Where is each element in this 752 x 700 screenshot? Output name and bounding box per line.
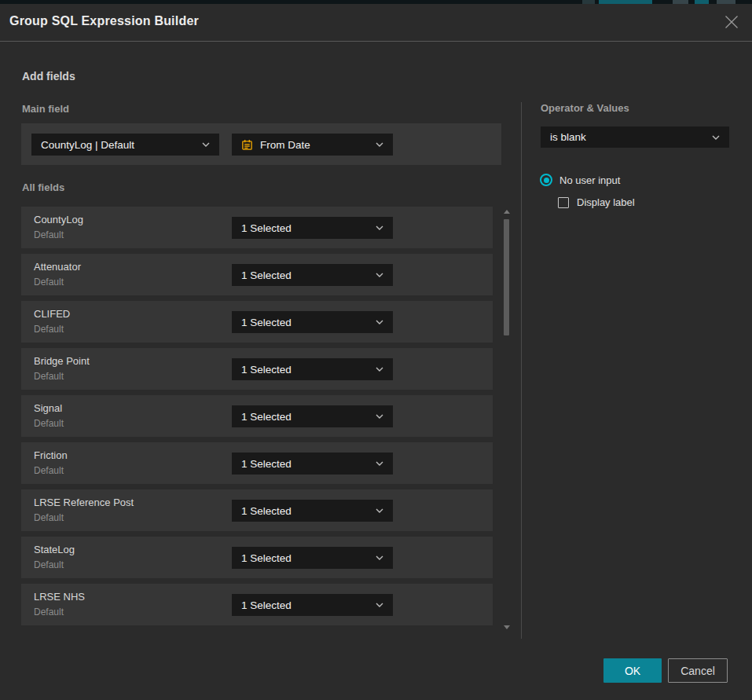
chevron-down-icon <box>376 555 383 560</box>
field-subtitle: Default <box>34 324 64 335</box>
field-name: CountyLog <box>34 214 83 225</box>
field-name: StateLog <box>34 544 75 555</box>
scrollbar-thumb[interactable] <box>504 219 509 335</box>
field-selection-dropdown[interactable]: 1 Selected <box>232 500 393 522</box>
field-name: LRSE Reference Post <box>34 497 134 508</box>
panel-divider <box>521 102 522 639</box>
field-selection-dropdown[interactable]: 1 Selected <box>232 358 393 380</box>
main-field-label: Main field <box>22 103 69 115</box>
field-row-clifed: CLIFED Default 1 Selected <box>21 301 493 343</box>
list-scrollbar[interactable] <box>503 207 510 632</box>
radio-selected-icon <box>540 174 552 186</box>
field-subtitle: Default <box>34 559 64 570</box>
dropdown-value: 1 Selected <box>241 364 369 376</box>
main-field-date-dropdown[interactable]: From Date <box>232 134 393 156</box>
group-sql-expression-builder-dialog: Group SQL Expression Builder Add fields … <box>0 0 752 700</box>
field-subtitle: Default <box>34 418 64 429</box>
dropdown-value: 1 Selected <box>241 458 369 470</box>
field-subtitle: Default <box>34 371 64 382</box>
field-row-friction: Friction Default 1 Selected <box>21 442 493 484</box>
ok-button[interactable]: OK <box>603 658 662 683</box>
field-selection-dropdown[interactable]: 1 Selected <box>232 453 393 475</box>
field-selection-dropdown[interactable]: 1 Selected <box>232 405 393 427</box>
main-field-container: CountyLog | Default From Date <box>21 123 501 165</box>
field-selection-dropdown[interactable]: 1 Selected <box>232 594 393 616</box>
all-fields-label: All fields <box>22 181 64 193</box>
dialog-header: Group SQL Expression Builder <box>0 4 752 42</box>
close-button[interactable] <box>722 13 741 31</box>
add-fields-heading: Add fields <box>22 70 75 82</box>
dropdown-value: 1 Selected <box>241 505 369 517</box>
chevron-down-icon <box>376 320 383 324</box>
display-label-checkbox[interactable]: Display label <box>558 196 635 208</box>
chevron-down-icon <box>376 414 383 419</box>
field-row-attenuator: Attenuator Default 1 Selected <box>21 254 493 295</box>
operator-dropdown[interactable]: is blank <box>541 126 729 148</box>
field-name: LRSE NHS <box>34 591 85 603</box>
field-row-signal: Signal Default 1 Selected <box>21 395 493 437</box>
dropdown-value: is blank <box>550 131 706 143</box>
dropdown-value: 1 Selected <box>241 317 369 328</box>
chevron-down-icon <box>376 508 383 513</box>
close-icon <box>724 15 739 29</box>
dropdown-value: 1 Selected <box>241 269 369 281</box>
chevron-down-icon <box>376 225 383 230</box>
field-subtitle: Default <box>34 512 64 523</box>
chevron-down-icon <box>376 461 383 466</box>
chevron-down-icon <box>376 142 383 147</box>
field-row-countylog: CountyLog Default 1 Selected <box>21 207 493 248</box>
dialog-title: Group SQL Expression Builder <box>9 14 199 28</box>
dropdown-value: From Date <box>260 139 369 151</box>
main-field-dataset-dropdown[interactable]: CountyLog | Default <box>31 134 219 156</box>
scroll-down-arrow-icon[interactable] <box>504 625 510 629</box>
field-subtitle: Default <box>34 277 64 288</box>
dropdown-value: 1 Selected <box>241 599 369 611</box>
field-selection-dropdown[interactable]: 1 Selected <box>232 264 393 286</box>
field-name: Attenuator <box>34 261 81 273</box>
field-selection-dropdown[interactable]: 1 Selected <box>232 311 393 333</box>
field-row-bridge-point: Bridge Point Default 1 Selected <box>21 348 493 390</box>
chevron-down-icon <box>376 273 383 277</box>
scroll-up-arrow-icon[interactable] <box>504 210 510 214</box>
radio-label: No user input <box>559 174 620 186</box>
dropdown-value: 1 Selected <box>241 222 369 234</box>
chevron-down-icon <box>712 135 720 140</box>
field-subtitle: Default <box>34 229 64 240</box>
field-name: Bridge Point <box>34 355 90 367</box>
dropdown-value: 1 Selected <box>241 552 369 564</box>
field-selection-dropdown[interactable]: 1 Selected <box>232 217 393 239</box>
dialog-window: Group SQL Expression Builder Add fields … <box>0 4 752 700</box>
field-selection-dropdown[interactable]: 1 Selected <box>232 547 393 569</box>
field-subtitle: Default <box>34 465 64 476</box>
field-row-lrse-reference-post: LRSE Reference Post Default 1 Selected <box>21 489 493 531</box>
chevron-down-icon <box>376 367 383 372</box>
dropdown-value: CountyLog | Default <box>41 139 196 151</box>
checkbox-label: Display label <box>577 196 635 208</box>
operator-values-heading: Operator & Values <box>541 102 629 114</box>
field-row-lrse-nhs: LRSE NHS Default 1 Selected <box>21 584 493 625</box>
chevron-down-icon <box>202 142 210 147</box>
field-row-statelog: StateLog Default 1 Selected <box>21 537 493 578</box>
checkbox-unchecked-icon <box>558 197 569 208</box>
field-name: CLIFED <box>34 308 70 320</box>
field-name: Friction <box>34 449 68 461</box>
cancel-button[interactable]: Cancel <box>668 658 728 683</box>
no-user-input-radio[interactable]: No user input <box>540 174 620 186</box>
calendar-icon <box>241 139 253 151</box>
dropdown-value: 1 Selected <box>241 411 369 423</box>
field-subtitle: Default <box>34 607 64 618</box>
chevron-down-icon <box>376 603 383 607</box>
field-name: Signal <box>34 402 62 414</box>
